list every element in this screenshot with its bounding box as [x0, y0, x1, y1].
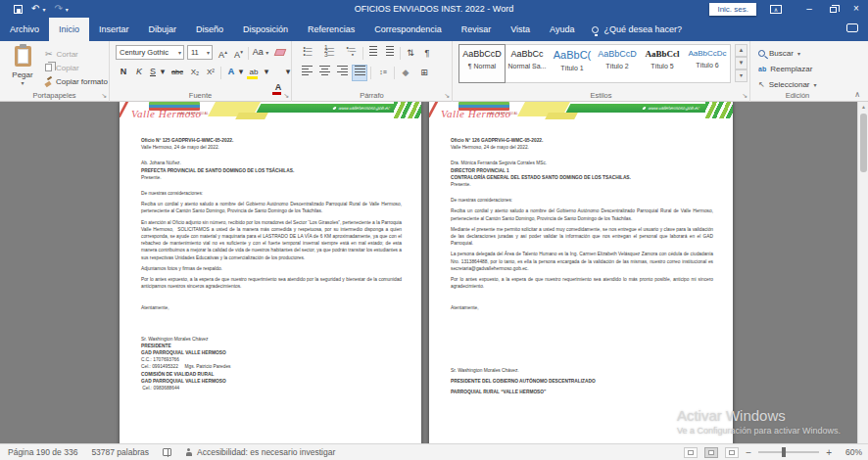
- multilevel-list-button[interactable]: •— ◦— ▪: [343, 46, 359, 61]
- style-item[interactable]: AaBbCc Normal Sa...: [505, 45, 550, 82]
- document-page-1[interactable]: www.vallehermoso.gob.ec Valle Hermoso GA…: [120, 102, 421, 443]
- styles-scroll-down-icon[interactable]: ▼: [735, 57, 747, 69]
- increase-indent-button[interactable]: [383, 46, 397, 61]
- zoom-in-button[interactable]: +: [826, 447, 832, 458]
- clear-formatting-button[interactable]: [272, 45, 288, 61]
- ribbon-tab[interactable]: Insertar: [89, 18, 139, 41]
- collapse-ribbon-icon[interactable]: ∧: [854, 90, 860, 99]
- underline-button[interactable]: S: [147, 65, 159, 80]
- shrink-font-button[interactable]: A▾: [231, 45, 246, 61]
- ribbon-display-options-icon[interactable]: ∧: [770, 5, 782, 14]
- brand-overlay-text: GAD PARROQUIAL: [178, 112, 209, 115]
- text-effects-caret-icon[interactable]: ▾: [237, 65, 245, 80]
- style-item[interactable]: AaBbCcD ¶ Normal: [459, 45, 505, 82]
- document-page-2[interactable]: www.vallehermoso.gob.ec Valle Hermoso GA…: [429, 102, 733, 443]
- text-effects-button[interactable]: A: [225, 65, 237, 80]
- styles-dialog-launcher-icon[interactable]: ↘: [742, 92, 747, 100]
- italic-button[interactable]: K: [133, 65, 145, 80]
- comments-icon[interactable]: [846, 23, 858, 32]
- style-preview: AaBbCcD: [459, 49, 505, 59]
- decrease-indent-icon: [369, 46, 377, 56]
- decrease-indent-button[interactable]: [366, 46, 380, 61]
- zoom-slider-thumb[interactable]: [782, 447, 786, 457]
- print-layout-button[interactable]: [704, 447, 718, 458]
- ribbon-tab[interactable]: Revisar: [452, 18, 502, 41]
- ribbon-tab[interactable]: Disposición: [233, 18, 298, 41]
- scroll-up-icon[interactable]: ▲: [858, 102, 868, 113]
- paste-button[interactable]: Pegar ▾: [5, 45, 40, 98]
- ribbon-tab[interactable]: Dibujar: [139, 18, 187, 41]
- proofing-status[interactable]: [163, 448, 171, 456]
- font-name-combobox[interactable]: Century Gothic ▾: [116, 45, 184, 60]
- grow-font-button[interactable]: A▴: [216, 45, 230, 61]
- replace-button[interactable]: ab Reemplazar: [758, 62, 812, 75]
- copy-button[interactable]: Copiar: [45, 61, 108, 74]
- show-paragraph-marks-button[interactable]: ¶: [421, 46, 433, 61]
- letterhead: www.vallehermoso.gob.ec Valle Hermoso GA…: [429, 102, 733, 133]
- paragraph-dialog-launcher-icon[interactable]: ↘: [444, 92, 450, 100]
- subscript-button[interactable]: X₂: [188, 65, 202, 80]
- title-bar: ↶ ▾ ↷ ▾ OFICIOS ENVIADOS INST. 2022 - Wo…: [0, 0, 868, 18]
- style-item[interactable]: AaBbC( Título 1: [550, 45, 595, 82]
- ribbon-tab[interactable]: Vista: [501, 18, 540, 41]
- format-painter-button[interactable]: Copiar formato: [45, 74, 108, 88]
- font-size-combobox[interactable]: 11 ▾: [187, 45, 213, 60]
- line-spacing-button[interactable]: ↕≡: [374, 66, 392, 80]
- document-line: Oficio N° 126 GADPRVH-G-WMC-05-2022.: [451, 137, 713, 144]
- cut-button[interactable]: ✂ Cortar: [45, 47, 108, 61]
- borders-button[interactable]: ⊞: [416, 66, 432, 80]
- sort-button[interactable]: ⇅: [404, 46, 417, 61]
- ribbon-tab[interactable]: Diseño: [186, 18, 233, 41]
- numbering-button[interactable]: 1— 2— 3—: [321, 46, 337, 61]
- zoom-level[interactable]: 60%: [839, 447, 862, 457]
- ribbon-tab[interactable]: Correspondencia: [364, 18, 452, 41]
- style-item[interactable]: AaBbCcl Título 5: [640, 45, 685, 82]
- select-button[interactable]: ↖ Seleccionar ▾: [758, 77, 817, 91]
- bold-button[interactable]: N: [118, 65, 129, 80]
- style-name: Normal Sa...: [505, 63, 550, 69]
- clipboard-dialog-launcher-icon[interactable]: ↘: [101, 92, 107, 100]
- justify-button[interactable]: [353, 66, 366, 80]
- vertical-scrollbar[interactable]: ▲: [857, 102, 868, 443]
- letterhead-website: www.vallehermoso.gob.ec: [647, 106, 700, 111]
- align-left-button[interactable]: [300, 66, 313, 80]
- bullets-button[interactable]: •— •— •—: [300, 46, 315, 61]
- document-line: PREFECTA PROVINCIAL DE SANTO DOMINGO DE …: [141, 167, 402, 174]
- styles-more-icon[interactable]: ▾: [735, 69, 747, 82]
- align-right-button[interactable]: [335, 66, 349, 80]
- align-right-icon: [337, 66, 348, 75]
- zoom-out-button[interactable]: −: [746, 447, 751, 458]
- ribbon-tab[interactable]: Inicio: [49, 18, 89, 41]
- highlight-color-button[interactable]: ab: [247, 65, 261, 80]
- minimize-button[interactable]: –: [797, 0, 821, 18]
- restore-button[interactable]: [821, 0, 844, 18]
- superscript-button[interactable]: X²: [204, 65, 217, 80]
- zoom-slider[interactable]: [758, 451, 819, 453]
- strikethrough-button[interactable]: abc: [169, 65, 186, 80]
- read-mode-button[interactable]: [684, 447, 698, 458]
- format-painter-icon: [45, 77, 52, 86]
- underline-caret-icon[interactable]: ▾: [159, 65, 167, 80]
- accessibility-status[interactable]: Accesibilidad: es necesario investigar: [185, 447, 335, 457]
- font-name-caret-icon: ▾: [178, 47, 181, 60]
- word-count[interactable]: 53787 palabras: [91, 447, 149, 457]
- close-button[interactable]: ×: [844, 0, 868, 18]
- find-button[interactable]: Buscar ▾: [758, 46, 800, 60]
- shading-button[interactable]: ◆: [398, 66, 413, 80]
- page-indicator[interactable]: Página 190 de 336: [8, 447, 77, 457]
- change-case-button[interactable]: Aa ▾: [251, 45, 270, 61]
- font-color-caret-icon[interactable]: ▾: [284, 65, 292, 80]
- scrollbar-thumb[interactable]: [860, 114, 867, 172]
- tell-me-search[interactable]: ¿Qué desea hacer?: [592, 18, 682, 41]
- ribbon-tab[interactable]: Archivo: [0, 18, 49, 41]
- highlight-caret-icon[interactable]: ▾: [263, 65, 270, 80]
- align-center-button[interactable]: [317, 66, 331, 80]
- sign-in-button[interactable]: Inic. ses.: [709, 3, 756, 16]
- style-item[interactable]: AaBbCcDc Título 6: [685, 45, 730, 82]
- ribbon-tab[interactable]: Ayuda: [540, 18, 584, 41]
- styles-scroll-up-icon[interactable]: ▲: [735, 44, 747, 57]
- font-dialog-launcher-icon[interactable]: ↘: [283, 92, 289, 100]
- web-layout-button[interactable]: [725, 447, 739, 458]
- ribbon-tab[interactable]: Referencias: [298, 18, 364, 41]
- style-item[interactable]: AaBbCcD Título 2: [595, 45, 640, 82]
